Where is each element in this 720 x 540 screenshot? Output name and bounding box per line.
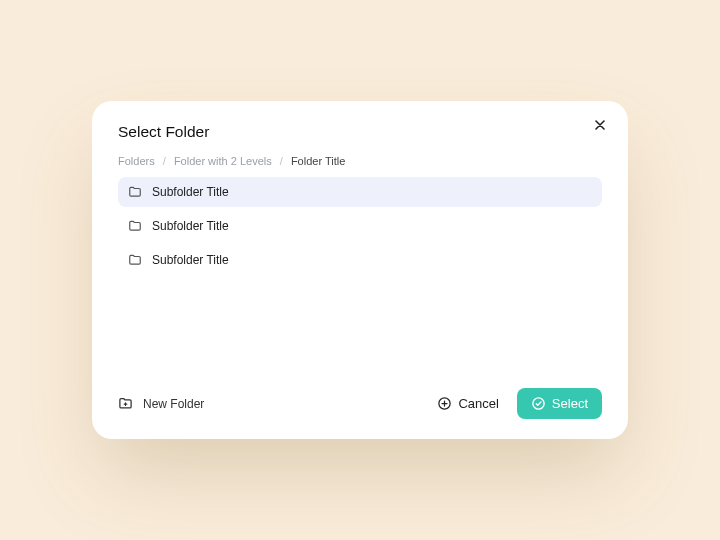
folder-icon: [128, 185, 142, 199]
breadcrumb-separator: /: [163, 155, 166, 167]
select-folder-modal: Select Folder Folders / Folder with 2 Le…: [92, 101, 628, 439]
breadcrumb-separator: /: [280, 155, 283, 167]
cancel-label: Cancel: [458, 396, 498, 411]
folder-icon: [128, 253, 142, 267]
modal-title: Select Folder: [118, 123, 602, 141]
folder-row[interactable]: Subfolder Title: [118, 211, 602, 241]
select-button[interactable]: Select: [517, 388, 602, 419]
select-label: Select: [552, 396, 588, 411]
breadcrumb-item-current: Folder Title: [291, 155, 345, 167]
folder-plus-icon: [118, 396, 133, 411]
breadcrumb-item[interactable]: Folder with 2 Levels: [174, 155, 272, 167]
breadcrumb-item[interactable]: Folders: [118, 155, 155, 167]
folder-icon: [128, 219, 142, 233]
folder-list: Subfolder Title Subfolder Title Subfolde…: [118, 177, 602, 275]
check-circle-icon: [531, 396, 546, 411]
folder-row-label: Subfolder Title: [152, 219, 229, 233]
new-folder-label: New Folder: [143, 397, 204, 411]
folder-row[interactable]: Subfolder Title: [118, 177, 602, 207]
new-folder-button[interactable]: New Folder: [118, 396, 204, 411]
folder-row-label: Subfolder Title: [152, 253, 229, 267]
cancel-button[interactable]: Cancel: [437, 396, 498, 411]
folder-row[interactable]: Subfolder Title: [118, 245, 602, 275]
circle-plus-icon: [437, 396, 452, 411]
modal-footer: New Folder Cancel Select: [118, 378, 602, 419]
close-icon: [595, 120, 605, 130]
close-button[interactable]: [590, 115, 610, 135]
folder-row-label: Subfolder Title: [152, 185, 229, 199]
breadcrumb: Folders / Folder with 2 Levels / Folder …: [118, 155, 602, 167]
